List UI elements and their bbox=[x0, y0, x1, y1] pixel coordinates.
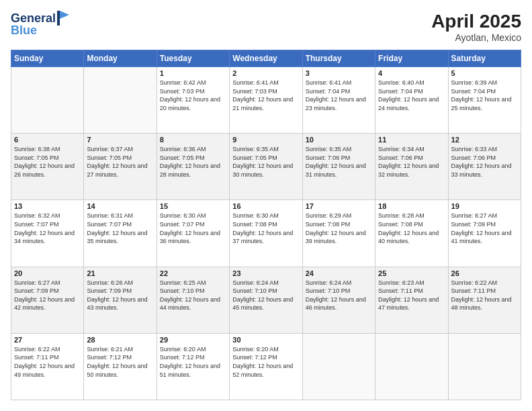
day-number: 19 bbox=[451, 202, 518, 210]
day-info: Sunrise: 6:27 AM Sunset: 7:09 PM Dayligh… bbox=[14, 279, 81, 312]
day-number: 4 bbox=[378, 69, 445, 77]
day-number: 28 bbox=[87, 336, 153, 344]
calendar-cell: 15Sunrise: 6:30 AM Sunset: 7:07 PM Dayli… bbox=[157, 200, 229, 267]
header: General Blue April 2025 Ayotlan, Mexico bbox=[11, 11, 521, 43]
col-header-saturday: Saturday bbox=[448, 50, 521, 67]
day-number: 24 bbox=[306, 269, 372, 277]
calendar-cell bbox=[302, 333, 375, 400]
calendar-cell: 9Sunrise: 6:35 AM Sunset: 7:05 PM Daylig… bbox=[230, 134, 302, 200]
day-info: Sunrise: 6:41 AM Sunset: 7:03 PM Dayligh… bbox=[232, 79, 299, 112]
day-number: 3 bbox=[306, 69, 372, 77]
col-header-wednesday: Wednesday bbox=[230, 50, 302, 67]
svg-marker-1 bbox=[60, 11, 69, 19]
day-info: Sunrise: 6:26 AM Sunset: 7:09 PM Dayligh… bbox=[87, 279, 153, 312]
calendar-cell: 17Sunrise: 6:29 AM Sunset: 7:08 PM Dayli… bbox=[302, 200, 375, 267]
day-info: Sunrise: 6:39 AM Sunset: 7:04 PM Dayligh… bbox=[451, 79, 518, 112]
day-number: 1 bbox=[160, 69, 226, 77]
col-header-sunday: Sunday bbox=[11, 50, 84, 67]
day-number: 25 bbox=[378, 269, 445, 277]
calendar-week-row: 27Sunrise: 6:22 AM Sunset: 7:11 PM Dayli… bbox=[11, 333, 521, 400]
logo-text-general: General bbox=[11, 12, 56, 24]
day-number: 13 bbox=[14, 202, 81, 210]
calendar-cell: 1Sunrise: 6:42 AM Sunset: 7:03 PM Daylig… bbox=[157, 67, 229, 134]
day-info: Sunrise: 6:31 AM Sunset: 7:07 PM Dayligh… bbox=[87, 212, 153, 245]
calendar-cell: 27Sunrise: 6:22 AM Sunset: 7:11 PM Dayli… bbox=[11, 333, 84, 400]
col-header-tuesday: Tuesday bbox=[157, 50, 229, 67]
day-number: 18 bbox=[378, 202, 445, 210]
calendar-cell: 10Sunrise: 6:35 AM Sunset: 7:06 PM Dayli… bbox=[302, 134, 375, 200]
calendar-cell: 22Sunrise: 6:25 AM Sunset: 7:10 PM Dayli… bbox=[157, 267, 229, 333]
calendar-cell: 8Sunrise: 6:36 AM Sunset: 7:05 PM Daylig… bbox=[157, 134, 229, 200]
calendar-cell: 25Sunrise: 6:23 AM Sunset: 7:11 PM Dayli… bbox=[375, 267, 448, 333]
day-number: 17 bbox=[306, 202, 372, 210]
day-info: Sunrise: 6:21 AM Sunset: 7:12 PM Dayligh… bbox=[87, 345, 153, 379]
svg-rect-0 bbox=[57, 11, 60, 26]
day-info: Sunrise: 6:20 AM Sunset: 7:12 PM Dayligh… bbox=[232, 345, 299, 379]
logo: General Blue bbox=[11, 11, 69, 36]
day-info: Sunrise: 6:22 AM Sunset: 7:11 PM Dayligh… bbox=[14, 345, 81, 379]
calendar-cell bbox=[448, 333, 521, 400]
calendar-cell: 26Sunrise: 6:22 AM Sunset: 7:11 PM Dayli… bbox=[448, 267, 521, 333]
day-number: 29 bbox=[160, 336, 226, 344]
day-info: Sunrise: 6:40 AM Sunset: 7:04 PM Dayligh… bbox=[378, 79, 445, 112]
calendar-cell: 16Sunrise: 6:30 AM Sunset: 7:08 PM Dayli… bbox=[230, 200, 302, 267]
calendar-cell bbox=[375, 333, 448, 400]
calendar-cell: 20Sunrise: 6:27 AM Sunset: 7:09 PM Dayli… bbox=[11, 267, 84, 333]
calendar-cell: 5Sunrise: 6:39 AM Sunset: 7:04 PM Daylig… bbox=[448, 67, 521, 134]
day-info: Sunrise: 6:23 AM Sunset: 7:11 PM Dayligh… bbox=[378, 279, 445, 312]
day-number: 23 bbox=[232, 269, 299, 277]
day-number: 26 bbox=[451, 269, 518, 277]
day-info: Sunrise: 6:30 AM Sunset: 7:07 PM Dayligh… bbox=[160, 212, 226, 245]
calendar-cell: 19Sunrise: 6:27 AM Sunset: 7:09 PM Dayli… bbox=[448, 200, 521, 267]
day-info: Sunrise: 6:34 AM Sunset: 7:06 PM Dayligh… bbox=[378, 145, 445, 179]
day-number: 10 bbox=[306, 136, 372, 144]
day-info: Sunrise: 6:42 AM Sunset: 7:03 PM Dayligh… bbox=[160, 79, 226, 112]
day-info: Sunrise: 6:30 AM Sunset: 7:08 PM Dayligh… bbox=[232, 212, 299, 245]
calendar-cell: 11Sunrise: 6:34 AM Sunset: 7:06 PM Dayli… bbox=[375, 134, 448, 200]
calendar-cell: 7Sunrise: 6:37 AM Sunset: 7:05 PM Daylig… bbox=[84, 134, 157, 200]
calendar-cell: 4Sunrise: 6:40 AM Sunset: 7:04 PM Daylig… bbox=[375, 67, 448, 134]
day-number: 7 bbox=[87, 136, 153, 144]
calendar-header-row: SundayMondayTuesdayWednesdayThursdayFrid… bbox=[11, 50, 521, 67]
calendar-week-row: 20Sunrise: 6:27 AM Sunset: 7:09 PM Dayli… bbox=[11, 267, 521, 333]
calendar-cell: 12Sunrise: 6:33 AM Sunset: 7:06 PM Dayli… bbox=[448, 134, 521, 200]
day-number: 21 bbox=[87, 269, 153, 277]
calendar-cell: 18Sunrise: 6:28 AM Sunset: 7:08 PM Dayli… bbox=[375, 200, 448, 267]
day-info: Sunrise: 6:28 AM Sunset: 7:08 PM Dayligh… bbox=[378, 212, 445, 245]
day-number: 5 bbox=[451, 69, 518, 77]
calendar-cell: 23Sunrise: 6:24 AM Sunset: 7:10 PM Dayli… bbox=[230, 267, 302, 333]
col-header-monday: Monday bbox=[84, 50, 157, 67]
day-number: 27 bbox=[14, 336, 81, 344]
day-info: Sunrise: 6:20 AM Sunset: 7:12 PM Dayligh… bbox=[160, 345, 226, 379]
day-info: Sunrise: 6:41 AM Sunset: 7:04 PM Dayligh… bbox=[306, 79, 372, 112]
col-header-thursday: Thursday bbox=[302, 50, 375, 67]
calendar-cell: 30Sunrise: 6:20 AM Sunset: 7:12 PM Dayli… bbox=[230, 333, 302, 400]
day-number: 2 bbox=[232, 69, 299, 77]
calendar-cell: 3Sunrise: 6:41 AM Sunset: 7:04 PM Daylig… bbox=[302, 67, 375, 134]
day-info: Sunrise: 6:22 AM Sunset: 7:11 PM Dayligh… bbox=[451, 279, 518, 312]
calendar-cell: 2Sunrise: 6:41 AM Sunset: 7:03 PM Daylig… bbox=[230, 67, 302, 134]
calendar-cell bbox=[11, 67, 84, 134]
day-info: Sunrise: 6:35 AM Sunset: 7:06 PM Dayligh… bbox=[306, 145, 372, 179]
calendar-cell bbox=[84, 67, 157, 134]
day-info: Sunrise: 6:38 AM Sunset: 7:05 PM Dayligh… bbox=[14, 145, 81, 179]
day-number: 8 bbox=[160, 136, 226, 144]
day-number: 14 bbox=[87, 202, 153, 210]
calendar-cell: 21Sunrise: 6:26 AM Sunset: 7:09 PM Dayli… bbox=[84, 267, 157, 333]
calendar-week-row: 1Sunrise: 6:42 AM Sunset: 7:03 PM Daylig… bbox=[11, 67, 521, 134]
calendar-cell: 24Sunrise: 6:24 AM Sunset: 7:10 PM Dayli… bbox=[302, 267, 375, 333]
calendar-week-row: 6Sunrise: 6:38 AM Sunset: 7:05 PM Daylig… bbox=[11, 134, 521, 200]
col-header-friday: Friday bbox=[375, 50, 448, 67]
logo-flag-icon bbox=[57, 11, 69, 26]
logo-text-blue: Blue bbox=[11, 24, 37, 36]
day-number: 6 bbox=[14, 136, 81, 144]
day-number: 16 bbox=[232, 202, 299, 210]
day-info: Sunrise: 6:35 AM Sunset: 7:05 PM Dayligh… bbox=[232, 145, 299, 179]
day-info: Sunrise: 6:36 AM Sunset: 7:05 PM Dayligh… bbox=[160, 145, 226, 179]
title-block: April 2025 Ayotlan, Mexico bbox=[431, 11, 521, 43]
day-info: Sunrise: 6:32 AM Sunset: 7:07 PM Dayligh… bbox=[14, 212, 81, 245]
day-info: Sunrise: 6:24 AM Sunset: 7:10 PM Dayligh… bbox=[232, 279, 299, 312]
calendar-cell: 13Sunrise: 6:32 AM Sunset: 7:07 PM Dayli… bbox=[11, 200, 84, 267]
day-info: Sunrise: 6:29 AM Sunset: 7:08 PM Dayligh… bbox=[306, 212, 372, 245]
calendar-cell: 14Sunrise: 6:31 AM Sunset: 7:07 PM Dayli… bbox=[84, 200, 157, 267]
